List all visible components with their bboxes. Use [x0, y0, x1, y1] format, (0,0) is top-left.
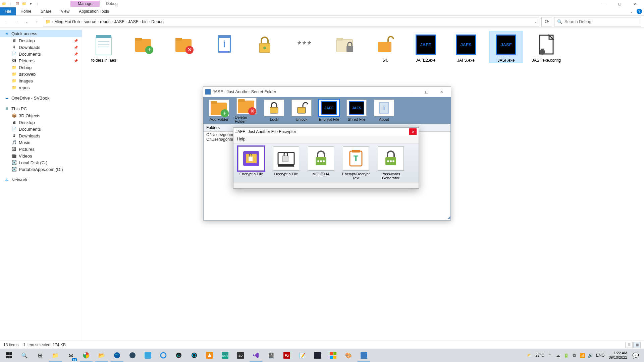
file-view[interactable]: folders.ini.aes+✕i***64.JAFEJAFE2.exeJAF…	[82, 28, 644, 341]
task-view-button[interactable]: ⊞	[32, 349, 48, 362]
help-icon[interactable]: ?	[637, 9, 642, 14]
taskbar-app-icon[interactable]: ⏻	[171, 349, 186, 362]
ribbon-tab-view[interactable]: View	[56, 7, 74, 15]
sidebar-onedrive[interactable]: ☁ OneDrive - SVBook	[0, 94, 82, 102]
taskbar-app-icon[interactable]: SXFI	[217, 349, 233, 362]
file-item[interactable]: JAFSJAFS.exe	[449, 31, 483, 63]
taskbar-chrome-icon[interactable]	[78, 349, 94, 362]
sidebar-item[interactable]: 📄Documents📌	[0, 51, 82, 57]
breadcrumb[interactable]: Debug	[151, 19, 164, 24]
chevron-right-icon[interactable]: ›	[52, 20, 53, 23]
breadcrumb[interactable]: JASF›	[128, 19, 141, 24]
sidebar-item[interactable]: ⬇Downloads	[0, 132, 82, 139]
sidebar-item[interactable]: 🖥Desktop	[0, 119, 82, 126]
jafe-close-button[interactable]: ✕	[409, 128, 417, 135]
file-item[interactable]: ***	[288, 31, 322, 63]
file-item[interactable]	[328, 31, 362, 63]
qat-dropdown-icon[interactable]: ▾	[28, 1, 34, 6]
resize-grip-icon[interactable]: ◢	[447, 215, 450, 220]
jasf-minimize-button[interactable]: ─	[405, 87, 419, 97]
sidebar-item[interactable]: 📁images	[0, 77, 82, 84]
file-item[interactable]: ✕	[167, 31, 201, 63]
jasf-tool-button[interactable]: ✕Deleter Folder	[235, 98, 258, 123]
taskbar-ie-icon[interactable]	[156, 349, 171, 362]
ribbon-expand-icon[interactable]: ⌄	[628, 10, 635, 13]
ribbon-tab-file[interactable]: File	[0, 7, 16, 15]
jasf-tool-button[interactable]: iAbout	[372, 100, 396, 121]
breadcrumb[interactable]: source›	[84, 19, 99, 24]
jafe-tool-button[interactable]: MD5/SHA	[306, 146, 336, 176]
sidebar-network[interactable]: 🖧 Network	[0, 176, 82, 183]
taskbar-edge-icon[interactable]	[109, 349, 125, 362]
address-dropdown-icon[interactable]: ⌄	[534, 20, 537, 23]
sidebar-item[interactable]: 📄Documents	[0, 126, 82, 132]
sidebar-item[interactable]: 🎵Music	[0, 139, 82, 146]
taskbar-app-icon[interactable]	[140, 349, 156, 362]
sidebar-item[interactable]: 🖥Desktop📌	[0, 37, 82, 44]
jafe-menu-help[interactable]: Help	[237, 137, 246, 141]
file-item[interactable]: 64.	[369, 31, 402, 63]
taskbar-app-icon[interactable]	[186, 349, 202, 362]
tray-wifi-icon[interactable]: 📶	[579, 349, 586, 362]
tray-onedrive-icon[interactable]: ☁	[554, 349, 562, 362]
taskbar-app-icon[interactable]	[202, 349, 217, 362]
sidebar-item[interactable]: 💽PortableApps.com (D:)	[0, 166, 82, 173]
jasf-close-button[interactable]: ✕	[434, 87, 449, 97]
file-item[interactable]: JASF.exe.config	[530, 31, 563, 63]
taskbar-steam-icon[interactable]	[125, 349, 140, 362]
maximize-button[interactable]: ▢	[612, 0, 627, 7]
context-tab-manage[interactable]: Manage	[70, 1, 100, 7]
sidebar-item[interactable]: 📁Debug	[0, 64, 82, 71]
jafe-tool-button[interactable]: Passwords Generator	[376, 146, 406, 180]
start-button[interactable]	[1, 349, 17, 362]
jasf-tool-button[interactable]: Lock	[262, 100, 286, 121]
file-item[interactable]	[248, 31, 281, 63]
taskbar-jasf-icon[interactable]	[356, 349, 372, 362]
search-input[interactable]: 🔍 Search Debug	[554, 17, 641, 26]
view-icons-button[interactable]: ▦	[633, 342, 641, 348]
jasf-tool-button[interactable]: JAFEEncrypt File	[317, 100, 341, 121]
nav-up-button[interactable]: ↑	[33, 18, 41, 26]
jafe-tool-button[interactable]: Decrypt a File	[271, 146, 301, 176]
jasf-tool-button[interactable]: JAFSShred File	[345, 100, 368, 121]
taskbar-explorer2-icon[interactable]: 📂	[94, 349, 109, 362]
ribbon-tab-share[interactable]: Share	[36, 7, 56, 15]
taskbar-explorer-icon[interactable]: 📁	[48, 349, 63, 362]
taskbar-app-icon[interactable]: 📓	[264, 349, 279, 362]
jafe-tool-button[interactable]: TEncrypt/Decrypt Text	[341, 146, 371, 180]
breadcrumb[interactable]: bin›	[142, 19, 150, 24]
sidebar-item[interactable]: 🖼Pictures	[0, 146, 82, 153]
tray-battery-icon[interactable]: 🔋	[562, 349, 570, 362]
tray-bluetooth-icon[interactable]: ⧉	[571, 349, 578, 362]
sidebar-item[interactable]: 💽Local Disk (C:)	[0, 159, 82, 166]
breadcrumb[interactable]: JASF›	[114, 19, 127, 24]
file-item[interactable]: JASFJASF.exe	[489, 31, 523, 63]
sidebar-this-pc[interactable]: 🖥 This PC	[0, 105, 82, 112]
file-item[interactable]: JAFEJAFE2.exe	[409, 31, 442, 63]
checkmark-icon[interactable]: ☑	[15, 1, 20, 6]
weather-icon[interactable]: ⛅	[526, 349, 533, 362]
view-details-button[interactable]: ☰	[625, 342, 633, 348]
sidebar-quick-access[interactable]: ★ Quick access	[0, 30, 82, 37]
sidebar-item[interactable]: 📦3D Objects	[0, 112, 82, 119]
taskbar-app-icon[interactable]	[325, 349, 341, 362]
jasf-tool-button[interactable]: +Add Folder	[207, 100, 231, 121]
sidebar-item[interactable]: 🎬Videos	[0, 153, 82, 159]
nav-recent-dropdown[interactable]: ⌄	[23, 18, 31, 26]
address-bar[interactable]: 📁 › Ming Hui Goh› source› repos› JASF› J…	[43, 17, 539, 26]
taskbar-paint-icon[interactable]: 🎨	[341, 349, 356, 362]
notification-center-icon[interactable]: 💬	[630, 349, 641, 362]
tray-overflow-icon[interactable]: ˄	[546, 349, 554, 362]
weather-temp[interactable]: 27°C	[534, 353, 546, 358]
sidebar-item[interactable]: ⬇Downloads📌	[0, 44, 82, 51]
tray-clock[interactable]: 1:22 AM 09/10/2022	[607, 351, 629, 359]
jasf-maximize-button[interactable]: ▢	[419, 87, 434, 97]
sidebar-item[interactable]: 🖼Pictures📌	[0, 57, 82, 64]
tray-volume-icon[interactable]: 🔊	[587, 349, 594, 362]
jasf-tool-button[interactable]: Unlock	[290, 100, 313, 121]
jafe-tool-button[interactable]: Encrypt a File	[236, 146, 266, 176]
close-button[interactable]: ✕	[627, 0, 643, 7]
search-button[interactable]: 🔍	[17, 349, 32, 362]
taskbar-notepadpp-icon[interactable]: 📝	[294, 349, 310, 362]
tray-language[interactable]: ENG	[595, 353, 606, 358]
